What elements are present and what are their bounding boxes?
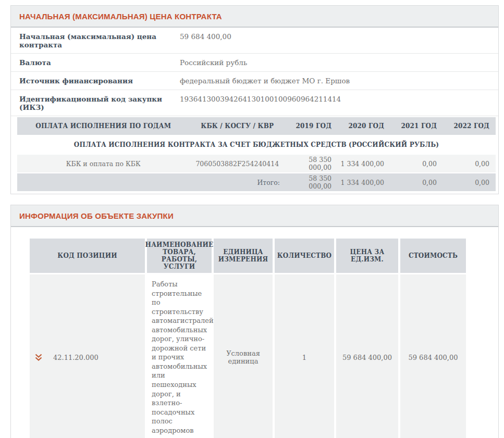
info-value: федеральный бюджет и бюджет МО г. Ершов [180,77,350,85]
position-code: 42.11.20.000 [53,354,99,361]
col-header-2021: 2021 ГОД [390,117,443,135]
kbk-code: 7060503882F254240414 [189,155,285,172]
amount-2019: 58 350 000,00 [285,155,338,172]
col-header-2020: 2020 ГОД [338,117,390,135]
contract-price-panel: НАЧАЛЬНАЯ (МАКСИМАЛЬНАЯ) ЦЕНА КОНТРАКТА … [10,5,499,194]
info-label: Идентификационный код закупки (ИКЗ) [19,95,180,111]
item-name-cell: Работы строительные по строительству авт… [147,274,212,438]
info-label: Начальная (максимальная) цена контракта [19,32,180,49]
quantity-cell: 1 [275,274,334,438]
payment-by-years-table: ОПЛАТА ИСПОЛНЕНИЯ ПО ГОДАМ КБК / КОСГУ /… [17,117,496,191]
payment-table-total-row: Итого: 58 350 000,00 1 334 400,00 0,00 0… [17,173,496,191]
col-header-cost: СТОИМОСТЬ [400,239,466,273]
procurement-object-panel-body: КОД ПОЗИЦИИ НАИМЕНОВАНИЕ ТОВАРА, РАБОТЫ,… [11,227,498,438]
col-header-position-code: КОД ПОЗИЦИИ [30,239,145,273]
info-value: 59 684 400,00 [180,32,231,41]
info-row-funding-source: Источник финансирования федеральный бюдж… [11,72,498,90]
col-header-2019: 2019 ГОД [285,117,338,135]
amount-2021: 0,00 [390,155,443,172]
object-table-data-row: 42.11.20.000 Работы строительные по стро… [30,274,466,438]
contract-price-panel-body: Начальная (максимальная) цена контракта … [11,28,498,191]
kbk-row-name: КБК и оплата по КБК [17,155,189,172]
total-2021: 0,00 [390,173,443,191]
total-2022: 0,00 [443,173,496,191]
unit-price-cell: 59 684 400,00 [336,274,398,438]
info-row-max-price: Начальная (максимальная) цена контракта … [11,28,498,54]
info-row-currency: Валюта Российский рубль [11,54,498,72]
payment-table-data-row: КБК и оплата по КБК 7060503882F254240414… [17,155,496,172]
payment-table-band-row: ОПЛАТА ИСПОЛНЕНИЯ КОНТРАКТА ЗА СЧЕТ БЮДЖ… [17,136,496,154]
col-header-kbk: КБК / КОСГУ / КВР [189,117,285,135]
cost-cell: 59 684 400,00 [400,274,466,438]
procurement-object-title: ИНФОРМАЦИЯ ОБ ОБЪЕКТЕ ЗАКУПКИ [19,211,490,220]
total-2019: 58 350 000,00 [285,173,338,191]
contract-price-panel-header: НАЧАЛЬНАЯ (МАКСИМАЛЬНАЯ) ЦЕНА КОНТРАКТА [11,6,498,28]
total-2020: 1 334 400,00 [338,173,390,191]
budget-funds-band: ОПЛАТА ИСПОЛНЕНИЯ КОНТРАКТА ЗА СЧЕТ БЮДЖ… [17,136,496,154]
amount-2020: 1 334 400,00 [338,155,390,172]
object-table-header-row: КОД ПОЗИЦИИ НАИМЕНОВАНИЕ ТОВАРА, РАБОТЫ,… [30,239,466,273]
col-header-item-name: НАИМЕНОВАНИЕ ТОВАРА, РАБОТЫ, УСЛУГИ [147,239,212,273]
total-label: Итого: [189,173,285,191]
col-header-unit: ЕДИНИЦА ИЗМЕРЕНИЯ [214,239,273,273]
total-row-spacer [17,173,189,191]
info-label: Валюта [19,58,180,67]
info-label: Источник финансирования [19,77,180,85]
col-header-2022: 2022 ГОД [443,117,496,135]
procurement-object-panel: ИНФОРМАЦИЯ ОБ ОБЪЕКТЕ ЗАКУПКИ КОД ПОЗИЦИ… [10,205,499,438]
page: НАЧАЛЬНАЯ (МАКСИМАЛЬНАЯ) ЦЕНА КОНТРАКТА … [0,0,504,438]
col-header-unit-price: ЦЕНА ЗА ЕД.ИЗМ. [336,239,398,273]
unit-cell: Условная единица [214,274,273,438]
position-code-cell: 42.11.20.000 [30,274,145,438]
object-table: КОД ПОЗИЦИИ НАИМЕНОВАНИЕ ТОВАРА, РАБОТЫ,… [30,239,466,438]
expand-row-chevron-icon[interactable] [34,354,43,361]
procurement-object-panel-header: ИНФОРМАЦИЯ ОБ ОБЪЕКТЕ ЗАКУПКИ [11,205,498,227]
col-header-payment-by-years: ОПЛАТА ИСПОЛНЕНИЯ ПО ГОДАМ [17,117,189,135]
payment-table-header-row: ОПЛАТА ИСПОЛНЕНИЯ ПО ГОДАМ КБК / КОСГУ /… [17,117,496,135]
amount-2022: 0,00 [443,155,496,172]
info-value: Российский рубль [180,58,247,67]
info-value: 193641300394264130100100960964211414 [180,95,341,103]
col-header-quantity: КОЛИЧЕСТВО [275,239,334,273]
contract-price-title: НАЧАЛЬНАЯ (МАКСИМАЛЬНАЯ) ЦЕНА КОНТРАКТА [19,12,490,21]
info-row-ikz: Идентификационный код закупки (ИКЗ) 1936… [11,90,498,116]
